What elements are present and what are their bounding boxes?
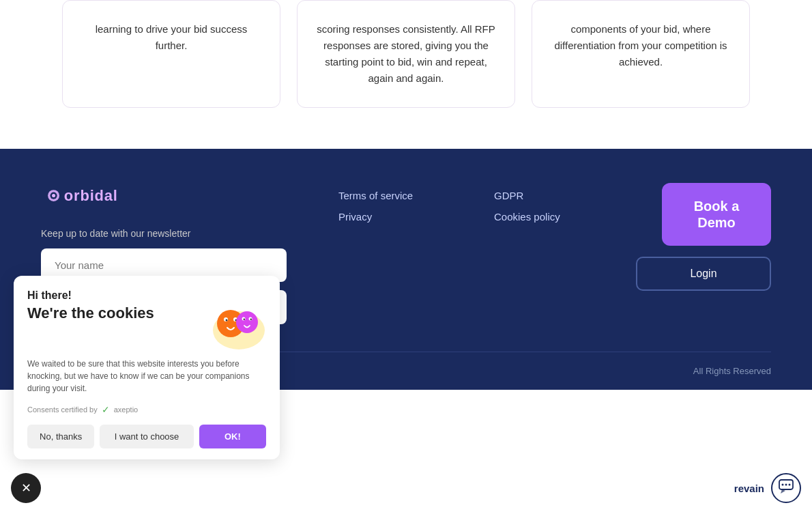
- terms-link[interactable]: Terms of service: [338, 190, 453, 201]
- footer-actions: Book a Demo Login: [636, 183, 771, 291]
- footer-nav-wrapper: Terms of service Privacy GDPR Cookies po…: [338, 183, 609, 223]
- cookie-hi-text: Hi there!: [27, 289, 198, 302]
- card-3-text: components of your bid, where differenti…: [549, 21, 733, 70]
- card-1: learning to drive your bid success furth…: [62, 0, 280, 108]
- cookie-illustration: [205, 289, 266, 351]
- footer-nav-col1: Terms of service Privacy: [338, 183, 453, 223]
- newsletter-label: Keep up to date with our newsletter: [41, 228, 311, 239]
- book-demo-line1: Book a: [694, 199, 740, 214]
- cards-section: learning to drive your bid success furth…: [0, 0, 812, 149]
- book-demo-line2: Demo: [697, 215, 736, 230]
- gdpr-link[interactable]: GDPR: [494, 190, 609, 201]
- card-2: scoring responses consistently. All RFP …: [297, 0, 515, 108]
- cookie-title: We're the cookies: [27, 304, 198, 322]
- login-button[interactable]: Login: [636, 257, 771, 291]
- card-2-text: scoring responses consistently. All RFP …: [314, 21, 498, 87]
- footer-nav-col2: GDPR Cookies policy: [494, 183, 609, 223]
- svg-point-2: [52, 194, 55, 197]
- svg-point-10: [236, 311, 258, 333]
- footer-logo: orbidal: [41, 183, 311, 209]
- cookie-popup: Hi there! We're the cookies: [14, 276, 280, 390]
- card-3: components of your bid, where differenti…: [532, 0, 750, 108]
- privacy-link[interactable]: Privacy: [338, 211, 453, 223]
- cookie-body-text: We waited to be sure that this website i…: [27, 358, 266, 390]
- svg-point-7: [226, 319, 228, 322]
- cookie-text-block: Hi there! We're the cookies: [27, 289, 198, 329]
- svg-point-12: [244, 319, 245, 320]
- cookies-policy-link[interactable]: Cookies policy: [494, 211, 609, 223]
- svg-text:orbidal: orbidal: [64, 187, 118, 204]
- svg-point-14: [250, 319, 252, 320]
- cookie-header: Hi there! We're the cookies: [27, 289, 266, 351]
- book-demo-button[interactable]: Book a Demo: [662, 183, 771, 246]
- rights-text: All Rights Reserved: [693, 366, 771, 376]
- card-1-text: learning to drive your bid success furth…: [79, 21, 263, 54]
